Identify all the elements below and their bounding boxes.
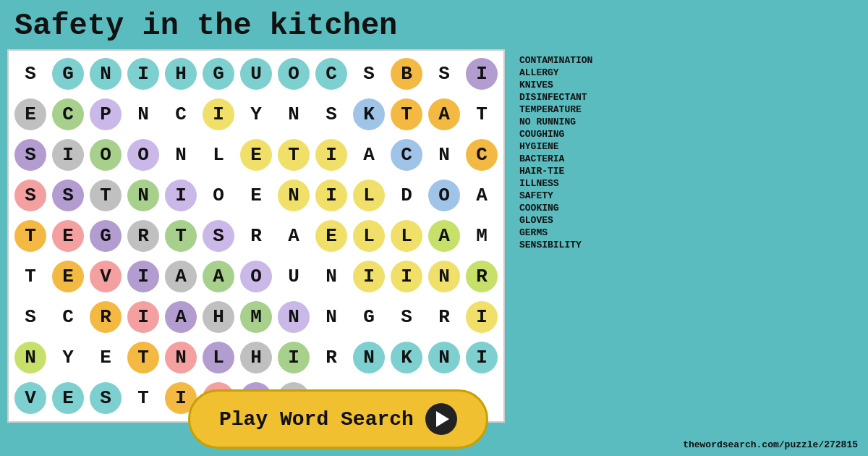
cell-1-2: N [124,94,162,135]
grid-wrapper: SGNIHGUOCSBSIECPNCIYNSKTATSIOONLETIACNCS… [7,49,505,423]
cell-2-13: T [87,175,124,216]
cell-5-10: R [87,297,124,337]
cell-7-8: S [87,378,124,418]
word-list-item-14: GERMS [519,227,628,238]
cell-6-9: E [87,337,124,378]
cell-3-3: E [237,175,275,216]
cell-5-13: H [200,297,237,337]
word-list-item-0: CONTAMINATION [519,55,628,66]
cell-5-2: U [275,256,312,297]
cell-4-9: T [12,256,49,297]
play-button-label: Play Word Search [219,408,414,431]
cell-3-13: R [124,216,162,256]
word-list-item-6: COUGHING [519,129,628,140]
cell-2-9: N [425,135,463,175]
cell-3-11: E [49,216,87,256]
word-list-item-8: BACTERIA [519,153,628,164]
cell-7-0: I [275,337,312,378]
cell-4-10: E [49,256,87,297]
main-area: SGNIHGUOCSBSIECPNCIYNSKTATSIOONLETIACNCS… [0,49,868,423]
cell-1-7: S [312,94,350,135]
cell-1-1: P [87,94,124,135]
cell-2-8: C [388,135,425,175]
cell-2-1: O [124,135,162,175]
cell-0-3: I [124,54,162,94]
cell-3-8: O [425,175,463,216]
cell-7-7: E [49,378,87,418]
cell-0-7: O [275,54,312,94]
word-list-item-1: ALLERGY [519,67,628,78]
cell-3-2: O [200,175,237,216]
cell-1-8: K [350,94,388,135]
footer-url: thewordsearch.com/puzzle/272815 [683,439,858,450]
cell-0-11: S [425,54,463,94]
cell-5-6: N [425,256,463,297]
cell-1-12: S [12,135,49,175]
cell-3-7: D [388,175,425,216]
cell-5-7: R [463,256,501,297]
cell-6-5: R [425,297,463,337]
cell-6-12: L [200,337,237,378]
cell-4-13: A [162,256,200,297]
cell-0-4: H [162,54,200,94]
word-list-item-7: HYGIENE [519,141,628,152]
cell-4-2: R [237,216,275,256]
cell-2-0: O [87,135,124,175]
word-list-item-3: DISINFECTANT [519,92,628,103]
cell-0-6: U [237,54,275,94]
cell-0-8: C [312,54,350,94]
cell-7-1: R [312,337,350,378]
cell-3-12: G [87,216,124,256]
cell-2-11: S [12,175,49,216]
cell-5-5: I [388,256,425,297]
cell-5-3: N [312,256,350,297]
cell-5-9: C [49,297,87,337]
cell-5-8: S [12,297,49,337]
word-list-item-12: COOKING [519,203,628,214]
cell-4-4: E [312,216,350,256]
cell-6-1: N [275,297,312,337]
page-title: Safety in the kitchen [0,0,868,49]
cell-2-10: C [463,135,501,175]
cell-4-5: L [350,216,388,256]
cell-6-11: N [162,337,200,378]
play-button[interactable]: Play Word Search [188,389,488,449]
cell-3-5: I [312,175,350,216]
cell-6-0: M [237,297,275,337]
cell-7-5: I [463,337,501,378]
cell-7-9: T [124,378,162,418]
cell-1-10: A [425,94,463,135]
cell-7-4: N [425,337,463,378]
cell-5-4: I [350,256,388,297]
cell-0-13: E [12,94,49,135]
cell-3-6: L [350,175,388,216]
cell-6-3: G [350,297,388,337]
cell-2-2: N [162,135,200,175]
cell-2-7: A [350,135,388,175]
word-list: CONTAMINATIONALLERGYKNIVESDISINFECTANTTE… [512,49,628,423]
word-list-item-2: KNIVES [519,80,628,90]
cell-1-13: I [49,135,87,175]
cell-6-2: N [312,297,350,337]
cell-7-6: V [12,378,49,418]
cell-6-6: I [463,297,501,337]
cell-1-3: C [162,94,200,135]
cell-0-12: I [463,54,501,94]
cell-5-12: A [162,297,200,337]
cell-6-8: Y [49,337,87,378]
cell-6-7: N [12,337,49,378]
cell-3-9: A [463,175,501,216]
cell-4-8: M [463,216,501,256]
cell-1-4: I [200,94,237,135]
play-icon [425,403,457,435]
cell-0-2: N [87,54,124,94]
cell-1-0: C [49,94,87,135]
cell-4-12: I [124,256,162,297]
cell-7-2: N [350,337,388,378]
grid-container: SGNIHGUOCSBSIECPNCIYNSKTATSIOONLETIACNCS… [7,49,505,423]
cell-2-12: S [49,175,87,216]
word-list-item-5: NO RUNNING [519,117,628,127]
cell-5-0: A [200,256,237,297]
cell-1-9: T [388,94,425,135]
cell-4-0: T [162,216,200,256]
